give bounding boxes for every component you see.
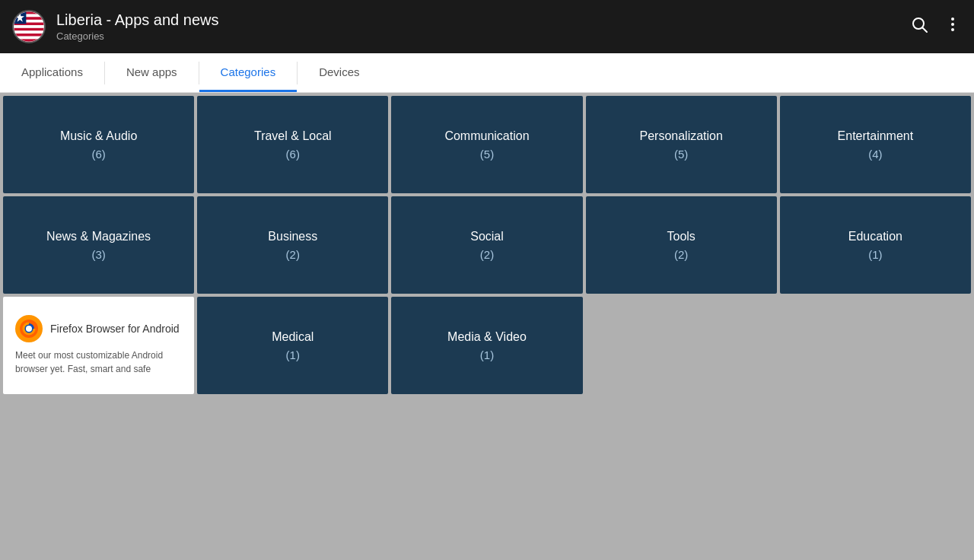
search-icon[interactable] (910, 15, 928, 38)
category-social[interactable]: Social (2) (391, 196, 582, 294)
tab-categories[interactable]: Categories (199, 53, 298, 92)
more-vertical-icon[interactable] (944, 15, 962, 38)
category-tools[interactable]: Tools (2) (586, 196, 777, 294)
tab-devices[interactable]: Devices (298, 53, 380, 92)
header-text-group: Liberia - Apps and news Categories (56, 11, 910, 42)
app-subtitle: Categories (56, 30, 910, 42)
country-flag (12, 10, 46, 43)
svg-rect-6 (14, 25, 44, 28)
promo-header: Firefox Browser for Android (15, 315, 182, 342)
category-news-magazines[interactable]: News & Magazines (3) (3, 196, 194, 294)
category-communication[interactable]: Communication (5) (391, 96, 582, 193)
svg-rect-7 (14, 28, 44, 31)
app-header: Liberia - Apps and news Categories (0, 0, 974, 53)
svg-point-17 (951, 18, 954, 21)
nav-tabs: Applications New apps Categories Devices (0, 53, 974, 93)
header-actions (910, 15, 962, 38)
category-business[interactable]: Business (2) (197, 196, 388, 294)
categories-grid: Music & Audio (6) Travel & Local (6) Com… (0, 93, 974, 498)
category-music-audio[interactable]: Music & Audio (6) (3, 96, 194, 193)
category-personalization[interactable]: Personalization (5) (586, 96, 777, 193)
category-media-video[interactable]: Media & Video (1) (391, 297, 582, 394)
svg-rect-9 (14, 33, 44, 37)
tab-applications[interactable]: Applications (0, 53, 104, 92)
svg-point-23 (26, 326, 32, 332)
promo-app-name: Firefox Browser for Android (50, 323, 180, 335)
empty-cell-2 (780, 297, 971, 394)
category-education[interactable]: Education (1) (780, 196, 971, 294)
promo-card-firefox[interactable]: Firefox Browser for Android Meet our mos… (3, 297, 194, 394)
tab-new-apps[interactable]: New apps (105, 53, 199, 92)
svg-rect-8 (14, 30, 44, 33)
category-travel-local[interactable]: Travel & Local (6) (197, 96, 388, 193)
svg-point-18 (951, 23, 954, 26)
svg-rect-1 (14, 11, 44, 14)
firefox-icon (15, 315, 43, 342)
promo-description: Meet our most customizable Android brows… (15, 348, 182, 376)
svg-rect-11 (14, 39, 44, 42)
svg-line-16 (923, 28, 928, 33)
empty-cell-1 (586, 297, 777, 394)
app-title: Liberia - Apps and news (56, 11, 910, 29)
category-medical[interactable]: Medical (1) (197, 297, 388, 394)
category-entertainment[interactable]: Entertainment (4) (780, 96, 971, 193)
svg-point-19 (951, 28, 954, 31)
empty-cell-3 (3, 397, 194, 495)
bottom-area (0, 498, 974, 560)
